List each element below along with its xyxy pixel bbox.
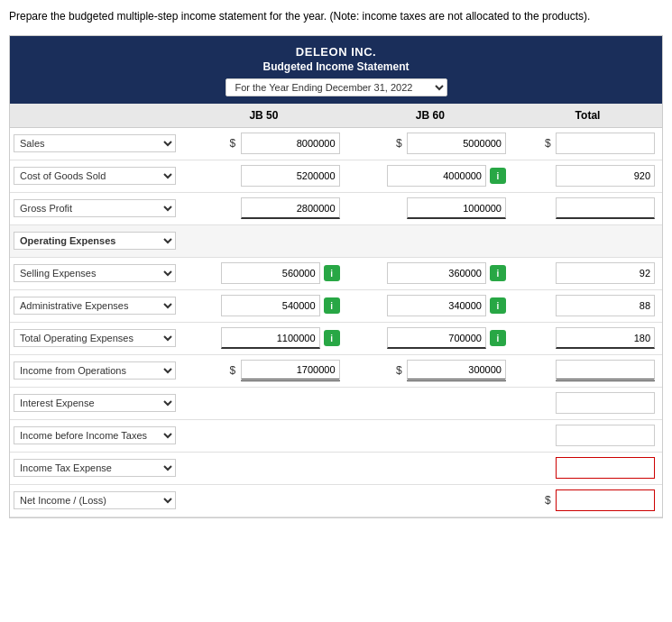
input-total-5[interactable]	[556, 295, 655, 316]
dollar-sign-total: $	[545, 494, 552, 507]
cell-jb50-7: $	[180, 360, 346, 381]
info-icon-jb50-4[interactable]: i	[324, 265, 340, 281]
input-jb50-6[interactable]	[221, 327, 320, 349]
cell-jb60-6: i	[347, 327, 513, 349]
cell-jb50-1	[180, 165, 346, 187]
input-total-8[interactable]	[556, 392, 655, 414]
cell-total-4	[513, 262, 662, 284]
table-row: Interest Expense	[10, 388, 662, 420]
info-icon-jb50-5[interactable]: i	[324, 297, 340, 314]
input-total-1[interactable]	[556, 165, 655, 187]
table-header: DELEON INC. Budgeted Income Statement Fo…	[10, 36, 662, 104]
row-name-select-8[interactable]: Interest Expense	[14, 394, 176, 412]
table-row: Total Operating Expenses i i	[10, 323, 662, 355]
col-jb50-header: JB 50	[180, 109, 346, 122]
input-total-9[interactable]	[556, 425, 655, 446]
input-total-2[interactable]	[556, 197, 655, 219]
row-name-select-1[interactable]: Cost of Goods Sold	[14, 167, 176, 185]
row-name-select-10[interactable]: Income Tax Expense	[14, 459, 176, 477]
row-name-cell-0: Sales	[10, 134, 180, 152]
table-row: Net Income / (Loss) $	[10, 485, 662, 517]
row-name-select-4[interactable]: Selling Expenses	[14, 264, 176, 282]
dollar-sign: $	[396, 364, 403, 377]
column-headers: JB 50 JB 60 Total	[10, 104, 662, 128]
input-jb60-2[interactable]	[407, 197, 506, 219]
section-label: Operating Expenses	[10, 232, 180, 250]
rows-container: Sales $ $ $ Cost of Goods Sold i Gro	[10, 128, 662, 517]
input-jb50-4[interactable]	[221, 262, 320, 284]
input-jb50-5[interactable]	[221, 295, 320, 316]
company-name: DELEON INC.	[17, 45, 655, 59]
cell-jb60-4: i	[347, 262, 513, 284]
input-jb60-5[interactable]	[387, 295, 486, 316]
cell-total-8	[513, 392, 662, 414]
input-total-11[interactable]	[556, 489, 655, 511]
cell-total-1	[513, 165, 662, 187]
input-jb60-6[interactable]	[387, 327, 486, 349]
cell-jb60-5: i	[347, 295, 513, 316]
cell-total-9	[513, 425, 662, 446]
info-icon-jb60-1[interactable]: i	[490, 168, 506, 184]
col-total-header: Total	[513, 109, 662, 122]
year-dropdown-wrapper[interactable]: For the Year Ending December 31, 2022For…	[226, 78, 447, 96]
input-jb50-0[interactable]	[241, 133, 340, 154]
input-jb50-7[interactable]	[241, 360, 340, 381]
cell-total-10	[513, 457, 662, 479]
input-jb50-1[interactable]	[241, 165, 340, 187]
row-name-select[interactable]: Operating Expenses	[14, 232, 176, 250]
input-total-4[interactable]	[556, 262, 655, 284]
row-name-select-0[interactable]: Sales	[14, 134, 176, 152]
cell-total-7	[513, 360, 662, 381]
input-jb50-2[interactable]	[241, 197, 340, 219]
table-row: Administrative Expenses i i	[10, 290, 662, 323]
info-icon-jb60-6[interactable]: i	[490, 330, 506, 346]
input-jb60-1[interactable]	[387, 165, 486, 187]
dollar-sign: $	[230, 364, 237, 377]
row-name-select-6[interactable]: Total Operating Expenses	[14, 329, 176, 347]
row-name-cell-10: Income Tax Expense	[10, 459, 180, 477]
input-total-10[interactable]	[556, 457, 655, 479]
table-row: Income before Income Taxes	[10, 420, 662, 453]
dollar-sign: $	[230, 137, 237, 150]
table-row: Income Tax Expense	[10, 453, 662, 485]
info-icon-jb50-6[interactable]: i	[324, 330, 340, 346]
row-name-cell-7: Income from Operations	[10, 361, 180, 380]
row-name-select-2[interactable]: Gross Profit	[14, 199, 176, 217]
table-row: Gross Profit	[10, 193, 662, 225]
table-row: Income from Operations $ $	[10, 355, 662, 388]
cell-jb60-2	[347, 197, 513, 219]
income-statement-table: DELEON INC. Budgeted Income Statement Fo…	[9, 35, 663, 518]
row-name-select-11[interactable]: Net Income / (Loss)	[14, 491, 176, 509]
row-name-cell-8: Interest Expense	[10, 394, 180, 412]
cell-jb60-1: i	[347, 165, 513, 187]
input-jb60-0[interactable]	[407, 133, 506, 154]
row-name-select-7[interactable]: Income from Operations	[14, 361, 176, 380]
table-row: Sales $ $ $	[10, 128, 662, 160]
cell-total-2	[513, 197, 662, 219]
cell-total-5	[513, 295, 662, 316]
input-total-7[interactable]	[556, 360, 655, 381]
input-total-6[interactable]	[556, 327, 655, 349]
cell-jb60-7: $	[347, 360, 513, 381]
cell-jb50-5: i	[180, 295, 346, 316]
info-icon-jb60-4[interactable]: i	[490, 265, 506, 281]
row-name-cell-5: Administrative Expenses	[10, 297, 180, 315]
cell-jb50-2	[180, 197, 346, 219]
cell-total-11: $	[513, 489, 662, 511]
row-name-cell-6: Total Operating Expenses	[10, 329, 180, 347]
statement-title: Budgeted Income Statement	[17, 60, 655, 73]
instructions-text: Prepare the budgeted multiple-step incom…	[9, 9, 663, 24]
row-name-select-5[interactable]: Administrative Expenses	[14, 297, 176, 315]
input-total-0[interactable]	[556, 133, 655, 154]
year-select[interactable]: For the Year Ending December 31, 2022For…	[226, 78, 447, 96]
table-row: Cost of Goods Sold i	[10, 160, 662, 193]
info-icon-jb60-5[interactable]: i	[490, 297, 506, 314]
row-name-select-9[interactable]: Income before Income Taxes	[14, 426, 176, 444]
row-name-cell-2: Gross Profit	[10, 199, 180, 217]
dollar-sign: $	[396, 137, 403, 150]
row-name-cell-4: Selling Expenses	[10, 264, 180, 282]
cell-jb50-6: i	[180, 327, 346, 349]
input-jb60-7[interactable]	[407, 360, 506, 381]
cell-jb60-0: $	[347, 133, 513, 154]
input-jb60-4[interactable]	[387, 262, 486, 284]
